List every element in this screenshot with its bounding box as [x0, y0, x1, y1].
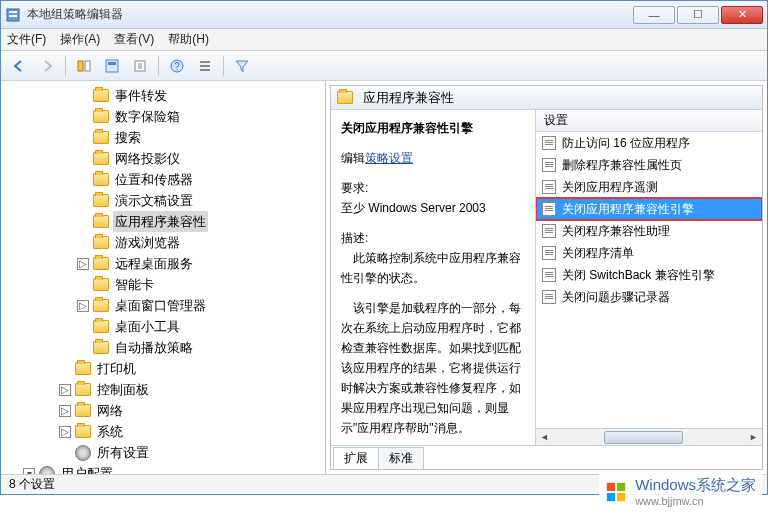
folder-icon — [93, 173, 109, 186]
user-icon — [39, 466, 55, 475]
expand-toggle[interactable]: ▷ — [59, 426, 71, 438]
tree-item-label: 控制面板 — [95, 379, 151, 400]
minimize-button[interactable]: — — [633, 6, 675, 24]
policy-icon — [542, 290, 556, 304]
menu-help[interactable]: 帮助(H) — [168, 31, 209, 48]
folder-icon — [93, 110, 109, 123]
maximize-button[interactable]: ☐ — [677, 6, 719, 24]
tree-item-label: 网络 — [95, 400, 125, 421]
export-button[interactable] — [128, 54, 152, 78]
list-item[interactable]: 关闭应用程序兼容性引擎 — [536, 198, 762, 220]
tree-item[interactable]: 打印机 — [59, 358, 323, 379]
policy-icon — [542, 268, 556, 282]
policy-icon — [542, 180, 556, 194]
expand-toggle[interactable]: ▷ — [77, 300, 89, 312]
list-item[interactable]: 关闭应用程序遥测 — [536, 176, 762, 198]
tree-item[interactable]: 位置和传感器 — [77, 169, 323, 190]
close-button[interactable]: ✕ — [721, 6, 763, 24]
folder-icon — [93, 131, 109, 144]
svg-rect-12 — [607, 492, 615, 500]
horizontal-scrollbar[interactable]: ◄ ► — [536, 428, 762, 445]
watermark-brand: Windows系统之家 — [635, 476, 756, 493]
list-item[interactable]: 关闭程序清单 — [536, 242, 762, 264]
back-button[interactable] — [7, 54, 31, 78]
tree-item[interactable]: 游戏浏览器 — [77, 232, 323, 253]
details-header: 应用程序兼容性 — [331, 86, 762, 110]
menu-action[interactable]: 操作(A) — [60, 31, 100, 48]
svg-rect-5 — [106, 60, 118, 72]
tree-item-user-config[interactable]: ▾用户配置 — [23, 463, 323, 474]
tree-spacer — [77, 153, 89, 165]
edit-prefix: 编辑 — [341, 151, 365, 165]
show-tree-button[interactable] — [72, 54, 96, 78]
tree-item[interactable]: 网络投影仪 — [77, 148, 323, 169]
scroll-right-arrow[interactable]: ► — [745, 429, 762, 446]
tree-spacer — [59, 447, 71, 459]
tree-spacer — [77, 279, 89, 291]
list-item[interactable]: 关闭问题步骤记录器 — [536, 286, 762, 308]
tree-item[interactable]: ▷系统 — [59, 421, 323, 442]
list-item-label: 删除程序兼容性属性页 — [562, 157, 682, 174]
tree-item[interactable]: 事件转发 — [77, 85, 323, 106]
tree-item-label: 智能卡 — [113, 274, 156, 295]
folder-icon — [75, 362, 91, 375]
watermark: Windows系统之家 www.bjjmw.cn — [599, 474, 762, 509]
forward-button[interactable] — [35, 54, 59, 78]
tab-standard[interactable]: 标准 — [378, 447, 424, 469]
tree-item[interactable]: 数字保险箱 — [77, 106, 323, 127]
svg-rect-4 — [85, 61, 90, 71]
tree-pane[interactable]: 事件转发数字保险箱搜索网络投影仪位置和传感器演示文稿设置应用程序兼容性游戏浏览器… — [1, 81, 326, 474]
tab-extended[interactable]: 扩展 — [333, 447, 379, 469]
tree-item[interactable]: 所有设置 — [59, 442, 323, 463]
tree-item-label: 打印机 — [95, 358, 138, 379]
edit-policy-link[interactable]: 策略设置 — [365, 151, 413, 165]
filter-button[interactable] — [230, 54, 254, 78]
tree-item[interactable]: 桌面小工具 — [77, 316, 323, 337]
folder-icon — [75, 383, 91, 396]
svg-text:?: ? — [174, 61, 180, 72]
folder-icon — [93, 320, 109, 333]
folder-icon — [337, 91, 353, 104]
policy-icon — [542, 224, 556, 238]
list-item[interactable]: 防止访问 16 位应用程序 — [536, 132, 762, 154]
column-header-setting[interactable]: 设置 — [536, 110, 762, 132]
setting-name: 关闭应用程序兼容性引擎 — [341, 118, 525, 138]
tree-item-label: 网络投影仪 — [113, 148, 182, 169]
scroll-left-arrow[interactable]: ◄ — [536, 429, 553, 446]
tree-item[interactable]: 搜索 — [77, 127, 323, 148]
tree-item[interactable]: 应用程序兼容性 — [77, 211, 323, 232]
toolbar-separator — [223, 56, 224, 76]
list-item[interactable]: 删除程序兼容性属性页 — [536, 154, 762, 176]
tree-spacer — [77, 321, 89, 333]
expand-toggle[interactable]: ▷ — [59, 405, 71, 417]
expand-toggle[interactable]: ▷ — [59, 384, 71, 396]
tree-item[interactable]: ▷桌面窗口管理器 — [77, 295, 323, 316]
folder-icon — [75, 404, 91, 417]
tree-item[interactable]: 演示文稿设置 — [77, 190, 323, 211]
scroll-thumb[interactable] — [604, 431, 683, 444]
list-item[interactable]: 关闭程序兼容性助理 — [536, 220, 762, 242]
list-button[interactable] — [193, 54, 217, 78]
description-label: 描述: — [341, 228, 525, 248]
properties-button[interactable] — [100, 54, 124, 78]
tree-item[interactable]: ▷控制面板 — [59, 379, 323, 400]
help-button[interactable]: ? — [165, 54, 189, 78]
menu-view[interactable]: 查看(V) — [114, 31, 154, 48]
menu-file[interactable]: 文件(F) — [7, 31, 46, 48]
tree-item[interactable]: ▷网络 — [59, 400, 323, 421]
tree-item[interactable]: 智能卡 — [77, 274, 323, 295]
menubar: 文件(F) 操作(A) 查看(V) 帮助(H) — [1, 29, 767, 51]
toolbar: ? — [1, 51, 767, 81]
list-item-label: 关闭应用程序遥测 — [562, 179, 658, 196]
tree-item[interactable]: 自动播放策略 — [77, 337, 323, 358]
policy-icon — [542, 136, 556, 150]
tree-item-label: 数字保险箱 — [113, 106, 182, 127]
settings-list: 设置 防止访问 16 位应用程序删除程序兼容性属性页关闭应用程序遥测关闭应用程序… — [536, 110, 762, 445]
tree-item[interactable]: ▷远程桌面服务 — [77, 253, 323, 274]
expand-toggle[interactable]: ▷ — [77, 258, 89, 270]
tree-spacer — [59, 363, 71, 375]
svg-rect-11 — [617, 482, 625, 490]
tree-item-label: 桌面窗口管理器 — [113, 295, 208, 316]
list-item-label: 关闭 SwitchBack 兼容性引擎 — [562, 267, 715, 284]
list-item[interactable]: 关闭 SwitchBack 兼容性引擎 — [536, 264, 762, 286]
